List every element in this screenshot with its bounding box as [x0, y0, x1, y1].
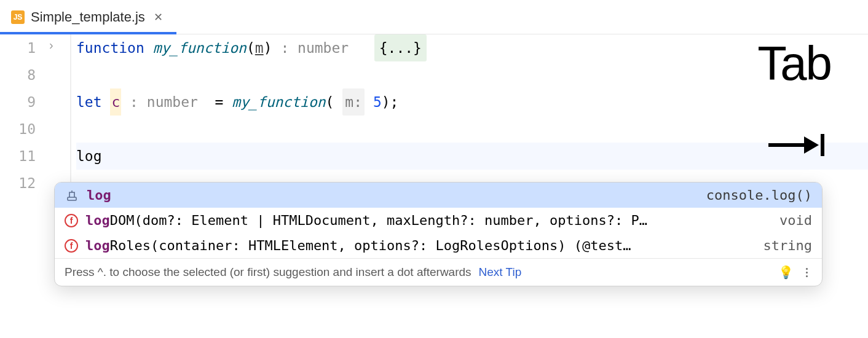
tab-key-label: Tab	[757, 36, 831, 92]
code-line: let c : number = my_function( m: 5);	[76, 88, 868, 116]
completion-label: log	[87, 187, 699, 203]
param: m	[255, 34, 264, 61]
code-area[interactable]: function my_function(m) : number {...} l…	[71, 34, 868, 197]
line-number: 12	[0, 170, 36, 197]
code-editor[interactable]: 1 8 9 10 11 12 › function my_function(m)…	[0, 34, 868, 197]
folded-block[interactable]: {...}	[374, 34, 427, 61]
punct: =	[215, 88, 232, 116]
code-line	[76, 116, 868, 143]
completion-type: string	[751, 238, 812, 253]
file-tab[interactable]: JS Simple_template.js ✕	[0, 0, 176, 34]
code-line	[76, 61, 868, 88]
js-file-icon: JS	[11, 10, 25, 24]
tab-bar: JS Simple_template.js ✕	[0, 0, 868, 34]
number-literal: 5	[373, 88, 382, 116]
variable: c	[110, 88, 121, 116]
keyword: function	[76, 34, 153, 61]
tip-text: Press ^. to choose the selected (or firs…	[65, 265, 471, 279]
completion-label: logRoles(container: HTMLElement, options…	[85, 238, 744, 253]
completion-tail: console.log()	[706, 187, 812, 203]
keyword: let	[76, 88, 110, 116]
completion-label: logDOM(dom?: Element | HTMLDocument, max…	[85, 213, 760, 228]
punct: )	[264, 34, 281, 61]
live-template-icon	[65, 188, 79, 203]
function-icon: f	[65, 239, 78, 253]
line-number: 10	[0, 116, 36, 143]
function-call: my_function	[232, 88, 325, 116]
param-hint: m:	[342, 88, 365, 116]
function-name: my_function	[153, 34, 247, 61]
line-number: 8	[0, 61, 36, 88]
completion-type: void	[767, 213, 812, 228]
line-number: 1	[0, 34, 36, 61]
svg-marker-1	[804, 136, 819, 154]
next-tip-link[interactable]: Next Tip	[479, 265, 522, 279]
completion-popup: log console.log() f logDOM(dom?: Element…	[54, 182, 823, 286]
chevron-right-icon[interactable]: ›	[49, 38, 53, 52]
completion-item[interactable]: f logDOM(dom?: Element | HTMLDocument, m…	[55, 208, 822, 233]
completion-item[interactable]: log console.log()	[55, 183, 822, 208]
space	[365, 88, 373, 116]
line-number: 11	[0, 143, 36, 170]
line-number-gutter: 1 8 9 10 11 12	[0, 34, 44, 197]
more-menu-icon[interactable]	[801, 268, 812, 277]
line-number: 9	[0, 88, 36, 116]
popup-footer: Press ^. to choose the selected (or firs…	[55, 258, 822, 286]
typed-text: log	[76, 143, 102, 170]
code-line: function my_function(m) : number {...}	[76, 34, 868, 61]
close-icon[interactable]: ✕	[151, 8, 165, 26]
fold-gutter: ›	[44, 34, 70, 197]
punct: );	[382, 88, 399, 116]
tab-filename: Simple_template.js	[31, 9, 145, 25]
lightbulb-icon[interactable]: 💡	[778, 265, 794, 280]
punct: (	[247, 34, 255, 61]
svg-rect-3	[68, 197, 76, 200]
type-hint: : number	[121, 88, 215, 116]
code-line-current: log	[76, 143, 868, 170]
function-icon: f	[65, 214, 78, 227]
type-hint: : number	[280, 34, 374, 61]
completion-item[interactable]: f logRoles(container: HTMLElement, optio…	[55, 233, 822, 258]
punct: (	[326, 88, 343, 116]
tab-key-icon	[767, 130, 826, 160]
